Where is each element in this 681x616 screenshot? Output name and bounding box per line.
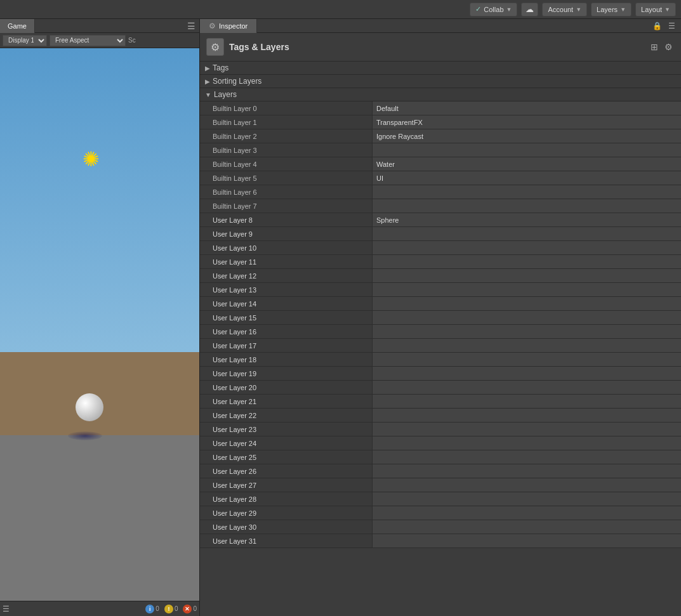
layout-button[interactable]: Layout ▼ (635, 3, 676, 16)
layer-value-input[interactable] (373, 534, 681, 547)
layer-value-input[interactable] (373, 297, 681, 310)
layer-value-cell (373, 534, 681, 547)
layer-value-input[interactable] (373, 478, 681, 492)
layer-value-cell (373, 520, 681, 534)
console-bar: ☰ i 0 ! 0 ✕ 0 (0, 601, 199, 616)
layers-button[interactable]: Layers ▼ (591, 3, 631, 16)
layer-name-cell: User Layer 16 (200, 325, 373, 338)
layer-row: User Layer 30 (200, 520, 681, 534)
layer-value-input[interactable] (373, 464, 681, 478)
sphere-object (76, 393, 103, 421)
layers-label: Layers (597, 6, 618, 13)
layer-value-input[interactable] (373, 185, 681, 199)
layer-value-cell (373, 367, 681, 380)
game-panel: Game ☰ Display 1 Free Aspect Sc ✺ (0, 19, 200, 616)
layer-value-input[interactable] (373, 506, 681, 520)
cloud-button[interactable]: ☁ (521, 3, 538, 16)
warn-count: 0 (175, 605, 178, 612)
layer-value-input[interactable] (373, 339, 681, 352)
layer-value-input[interactable] (373, 395, 681, 408)
layer-value-cell (373, 255, 681, 268)
info-icon: i (145, 605, 154, 613)
layer-row: User Layer 21 (200, 395, 681, 409)
layer-value-input[interactable] (373, 450, 681, 464)
layer-value-input[interactable] (373, 423, 681, 436)
layer-value-cell (373, 450, 681, 464)
err-status: ✕ 0 (183, 605, 197, 613)
layer-value-input[interactable] (373, 115, 681, 129)
layer-value-input[interactable] (373, 311, 681, 324)
inspector-panel: ⚙ Inspector 🔒 ☰ ⚙ Tags & Layers ⊞ ⚙ ▶ (200, 19, 681, 616)
inspector-content[interactable]: ⚙ Tags & Layers ⊞ ⚙ ▶ Tags ▶ Sorting Lay… (200, 33, 681, 616)
layer-value-input[interactable] (373, 255, 681, 268)
tl-expand-icon[interactable]: ⊞ (649, 42, 660, 52)
lock-icon[interactable]: 🔒 (651, 22, 664, 30)
layer-row: User Layer 23 (200, 423, 681, 436)
layer-name-cell: User Layer 11 (200, 255, 373, 268)
layer-value-input[interactable] (373, 199, 681, 213)
layer-name-cell: User Layer 9 (200, 227, 373, 240)
layer-name-cell: User Layer 10 (200, 241, 373, 254)
layer-value-cell (373, 353, 681, 366)
tl-options-icon[interactable]: ⚙ (663, 42, 675, 52)
layer-value-input[interactable] (373, 213, 681, 226)
cloud-icon: ☁ (526, 4, 534, 14)
layer-value-input[interactable] (373, 129, 681, 143)
layer-row: Builtin Layer 6 (200, 185, 681, 199)
layer-row: Builtin Layer 5 (200, 171, 681, 185)
layer-value-cell (373, 297, 681, 310)
layers-section-row[interactable]: ▼ Layers (200, 88, 681, 102)
layer-value-input[interactable] (373, 269, 681, 282)
layer-value-cell (373, 157, 681, 171)
sorting-layers-section-row[interactable]: ▶ Sorting Layers (200, 75, 681, 88)
layer-value-input[interactable] (373, 367, 681, 380)
layer-row: User Layer 19 (200, 367, 681, 381)
layer-value-input[interactable] (373, 241, 681, 254)
layer-row: User Layer 12 (200, 269, 681, 283)
layer-value-input[interactable] (373, 325, 681, 338)
layer-name-cell: User Layer 25 (200, 450, 373, 464)
warn-icon: ! (164, 605, 173, 613)
floor-bg (0, 435, 199, 601)
layer-name-cell: User Layer 30 (200, 520, 373, 534)
collab-caret-icon: ▼ (506, 6, 512, 13)
layer-value-input[interactable] (373, 520, 681, 534)
game-tab-menu-icon[interactable]: ☰ (183, 21, 199, 31)
inspector-tab[interactable]: ⚙ Inspector (200, 19, 257, 33)
account-button[interactable]: Account ▼ (542, 3, 587, 16)
layer-row: User Layer 10 (200, 241, 681, 255)
layer-value-cell (373, 269, 681, 282)
layer-value-input[interactable] (373, 227, 681, 240)
layer-value-input[interactable] (373, 492, 681, 506)
account-label: Account (548, 6, 573, 13)
layer-value-cell (373, 436, 681, 450)
layer-value-input[interactable] (373, 436, 681, 450)
collab-button[interactable]: ✓ Collab ▼ (470, 3, 517, 16)
layer-row: User Layer 17 (200, 339, 681, 353)
layer-name-cell: User Layer 15 (200, 311, 373, 324)
layer-value-input[interactable] (373, 102, 681, 115)
console-menu-icon[interactable]: ☰ (3, 605, 10, 613)
inspector-tab-controls: 🔒 ☰ (651, 22, 681, 30)
layer-name-cell: User Layer 27 (200, 478, 373, 492)
inspector-menu-icon[interactable]: ☰ (666, 22, 677, 30)
layer-value-input[interactable] (373, 143, 681, 157)
tags-label: Tags (213, 63, 228, 72)
game-tab[interactable]: Game (0, 19, 35, 33)
layer-value-input[interactable] (373, 409, 681, 422)
layer-value-input[interactable] (373, 157, 681, 171)
layer-name-cell: Builtin Layer 6 (200, 185, 373, 199)
display-dropdown[interactable]: Display 1 (3, 35, 47, 46)
layer-row: Builtin Layer 4 (200, 157, 681, 171)
layer-row: User Layer 26 (200, 464, 681, 478)
layer-value-input[interactable] (373, 353, 681, 366)
sun-object: ✺ (80, 148, 103, 171)
aspect-dropdown[interactable]: Free Aspect (50, 35, 126, 46)
layer-value-input[interactable] (373, 283, 681, 296)
layer-value-input[interactable] (373, 171, 681, 185)
layer-name-cell: User Layer 18 (200, 353, 373, 366)
layer-row: Builtin Layer 3 (200, 143, 681, 157)
tags-section-row[interactable]: ▶ Tags (200, 62, 681, 75)
layer-value-cell (373, 423, 681, 436)
layer-value-input[interactable] (373, 381, 681, 394)
